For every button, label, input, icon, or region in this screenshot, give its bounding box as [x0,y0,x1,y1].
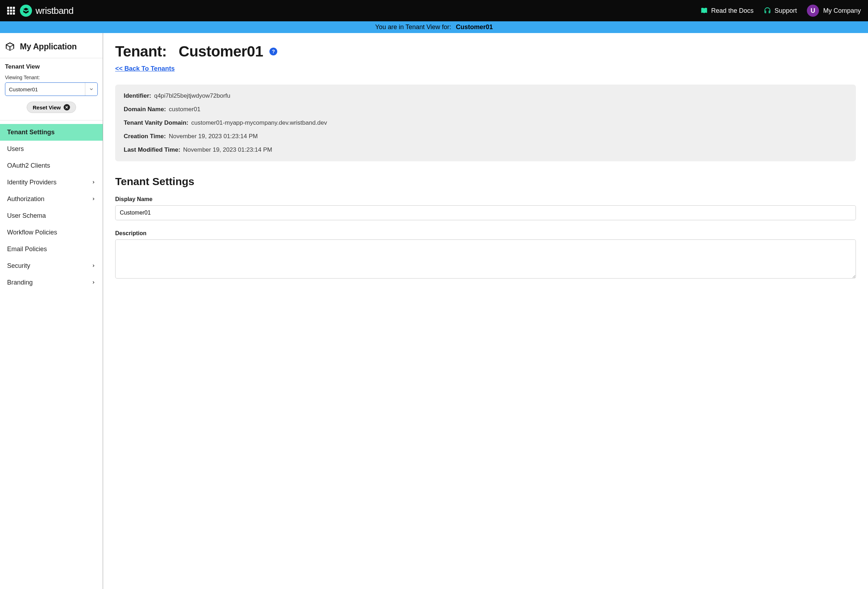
description-textarea[interactable] [115,239,856,278]
info-key: Tenant Vanity Domain: [124,119,188,127]
sidebar-app-header: My Application [0,33,103,58]
sidebar-item-label: Users [7,145,24,153]
info-row-modified-time: Last Modified Time: November 19, 2023 01… [124,146,847,153]
help-icon[interactable]: ? [269,48,277,55]
info-row-identifier: Identifier: q4pi7bl25bejtjwdyow72borfu [124,92,847,99]
chevron-right-icon [92,279,96,286]
sidebar-item-authorization[interactable]: Authorization [0,191,103,208]
chevron-right-icon [92,195,96,203]
tenant-view-heading: Tenant View [5,63,98,70]
sidebar-nav: Tenant Settings Users OAuth2 Clients Ide… [0,121,103,294]
tenant-banner-value: Customer01 [456,24,493,31]
topbar: wristband Read the Docs Support U My Com… [0,0,868,21]
info-value: q4pi7bl25bejtjwdyow72borfu [154,92,230,99]
topbar-left: wristband [7,4,74,17]
chevron-right-icon [92,179,96,186]
sidebar-item-branding[interactable]: Branding [0,274,103,291]
reset-view-button[interactable]: Reset View ✕ [27,102,76,113]
sidebar-item-label: Tenant Settings [7,129,55,136]
chevron-down-icon [85,83,94,96]
support-link[interactable]: Support [763,7,797,15]
info-value: customer01 [169,106,201,113]
sidebar-item-label: Workflow Policies [7,229,57,236]
page-title-name: Customer01 [179,43,263,60]
apps-menu-icon[interactable] [7,7,15,15]
read-docs-link[interactable]: Read the Docs [700,7,754,15]
sidebar-item-label: OAuth2 Clients [7,162,50,169]
brand-name: wristband [35,5,74,16]
avatar-letter: U [810,7,815,15]
sidebar-item-label: Branding [7,279,33,286]
sidebar-item-label: Email Policies [7,246,47,253]
display-name-label: Display Name [115,196,856,202]
sidebar-item-security[interactable]: Security [0,258,103,274]
sidebar-item-label: Identity Providers [7,179,56,186]
back-to-tenants-link[interactable]: << Back To Tenants [115,65,174,72]
display-name-input[interactable] [115,205,856,220]
tenant-banner-label: You are in Tenant View for: [375,24,452,31]
headset-icon [763,7,771,15]
sidebar-item-oauth2-clients[interactable]: OAuth2 Clients [0,158,103,174]
info-row-domain-name: Domain Name: customer01 [124,106,847,113]
sidebar-item-label: Authorization [7,195,44,203]
sidebar: My Application Tenant View Viewing Tenan… [0,33,103,589]
sidebar-tenant-section: Tenant View Viewing Tenant: Customer01 R… [0,58,103,121]
sidebar-item-label: User Schema [7,212,46,219]
book-icon [700,7,708,15]
cube-icon [5,41,15,52]
sidebar-item-user-schema[interactable]: User Schema [0,208,103,224]
info-row-creation-time: Creation Time: November 19, 2023 01:23:1… [124,133,847,140]
info-value: November 19, 2023 01:23:14 PM [169,133,258,140]
close-circle-icon: ✕ [63,104,70,110]
info-key: Identifier: [124,92,151,99]
info-value: customer01-myapp-mycompany.dev.wristband… [191,119,327,127]
company-menu[interactable]: U My Company [807,4,861,17]
avatar: U [807,4,819,17]
info-key: Creation Time: [124,133,166,140]
read-docs-label: Read the Docs [711,7,754,15]
tenant-view-banner: You are in Tenant View for: Customer01 [0,21,868,33]
info-value: November 19, 2023 01:23:14 PM [183,146,272,153]
tenant-select[interactable]: Customer01 [5,82,98,96]
sidebar-item-identity-providers[interactable]: Identity Providers [0,174,103,191]
brand-logo[interactable]: wristband [20,4,74,17]
help-glyph: ? [272,49,275,54]
page-title: Tenant: Customer01 [115,43,263,60]
topbar-right: Read the Docs Support U My Company [700,4,861,17]
tenant-info-panel: Identifier: q4pi7bl25bejtjwdyow72borfu D… [115,85,856,161]
description-label: Description [115,230,856,237]
chevron-right-icon [92,262,96,269]
sidebar-item-workflow-policies[interactable]: Workflow Policies [0,224,103,241]
main-content: Tenant: Customer01 ? << Back To Tenants … [103,33,868,589]
viewing-tenant-label: Viewing Tenant: [5,75,98,80]
form-group-description: Description [115,230,856,280]
sidebar-item-users[interactable]: Users [0,141,103,158]
sidebar-item-label: Security [7,262,30,269]
section-heading-tenant-settings: Tenant Settings [115,175,856,188]
tenant-select-value: Customer01 [9,86,38,92]
page-title-prefix: Tenant: [115,43,167,60]
sidebar-app-title: My Application [20,42,77,52]
support-label: Support [775,7,797,15]
info-key: Last Modified Time: [124,146,180,153]
sidebar-item-email-policies[interactable]: Email Policies [0,241,103,258]
reset-view-label: Reset View [33,105,61,110]
form-group-display-name: Display Name [115,196,856,220]
info-row-vanity-domain: Tenant Vanity Domain: customer01-myapp-m… [124,119,847,127]
page-title-row: Tenant: Customer01 ? [115,43,856,60]
info-key: Domain Name: [124,106,166,113]
company-label: My Company [823,7,861,15]
logo-mark-icon [20,4,32,17]
sidebar-item-tenant-settings[interactable]: Tenant Settings [0,124,103,141]
